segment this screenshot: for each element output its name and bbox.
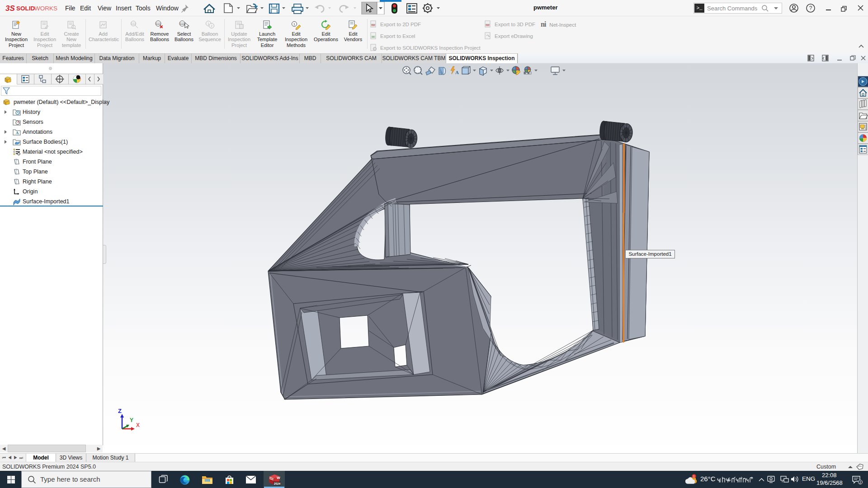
svg-text:111: 111	[156, 22, 161, 25]
svg-text:A: A	[455, 70, 459, 75]
svg-text:PDF: PDF	[371, 24, 375, 26]
svg-text:X: X	[136, 422, 140, 428]
svg-text:3S: 3S	[5, 4, 15, 13]
svg-text:2024: 2024	[274, 482, 281, 485]
svg-text:A: A	[16, 131, 19, 135]
svg-text:Z: Z	[118, 408, 122, 414]
svg-text:WORKS: WORKS	[34, 5, 57, 12]
svg-text:1: 1	[208, 22, 209, 25]
svg-text:1: 1	[693, 475, 695, 478]
svg-text:W: W	[277, 476, 280, 480]
svg-text:111: 111	[131, 22, 136, 25]
svg-text:Y: Y	[130, 417, 133, 423]
svg-text:?: ?	[809, 5, 812, 11]
svg-text:SOLID: SOLID	[16, 5, 35, 12]
svg-text:1: 1	[293, 23, 295, 26]
svg-text:111: 111	[180, 22, 185, 25]
svg-text:PDF: PDF	[486, 24, 490, 26]
svg-text:2: 2	[859, 480, 862, 484]
svg-text:2: 2	[211, 24, 212, 28]
